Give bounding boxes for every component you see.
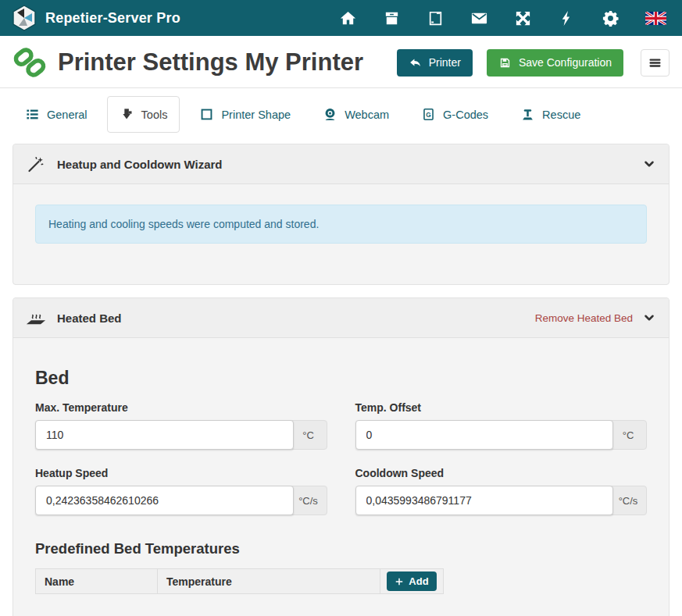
tab-rescue[interactable]: Rescue	[508, 96, 593, 133]
top-navbar: Repetier-Server Pro	[0, 0, 682, 36]
add-button-label: Add	[409, 575, 428, 587]
list-icon	[25, 107, 40, 122]
magic-wand-icon	[26, 155, 46, 173]
plus-icon	[395, 577, 404, 586]
tab-gcodes[interactable]: G G-Codes	[409, 96, 501, 133]
add-temperature-button[interactable]: Add	[387, 571, 436, 591]
predefined-temps-title: Predefined Bed Temperatures	[35, 540, 647, 557]
wizard-panel-header[interactable]: Heatup and Cooldown Wizard	[13, 144, 669, 184]
chain-link-icon	[12, 45, 47, 80]
printer-queue-icon[interactable]	[383, 9, 401, 27]
messages-icon[interactable]	[470, 9, 488, 27]
bed-fields: Max. Temperature °C Temp. Offset °C Heat…	[35, 401, 647, 515]
heated-bed-panel-header[interactable]: Heated Bed Remove Heated Bed	[13, 298, 669, 338]
app-title: Repetier-Server Pro	[45, 10, 180, 27]
page-title: Printer Settings My Printer	[58, 48, 397, 77]
tab-gcodes-label: G-Codes	[443, 109, 488, 121]
home-icon[interactable]	[339, 9, 357, 27]
chevron-down-icon[interactable]	[642, 157, 656, 171]
tab-printer-shape-label: Printer Shape	[221, 109, 291, 121]
tab-general[interactable]: General	[12, 96, 100, 133]
max-temperature-unit: °C	[290, 420, 327, 450]
hamburger-icon	[647, 55, 663, 71]
extruder-icon	[120, 107, 134, 122]
main-content: Heatup and Cooldown Wizard Heating and c…	[0, 144, 682, 616]
heatup-speed-input[interactable]	[35, 486, 294, 515]
back-arrow-icon	[409, 56, 422, 69]
tab-tools-label: Tools	[141, 109, 168, 121]
heated-bed-icon	[26, 308, 46, 327]
printer-button-label: Printer	[429, 57, 461, 68]
temp-offset-input[interactable]	[355, 420, 614, 450]
page-menu-button[interactable]	[641, 49, 670, 77]
tab-general-label: General	[47, 109, 87, 121]
tab-printer-shape[interactable]: Printer Shape	[187, 96, 303, 133]
heatup-speed-field: Heatup Speed °C/s	[35, 467, 327, 515]
app-logo[interactable]	[11, 5, 37, 31]
max-temperature-field: Max. Temperature °C	[35, 401, 327, 450]
bed-section-title: Bed	[35, 368, 647, 389]
gcode-file-icon: G	[421, 107, 436, 122]
predefined-temps-table: Name Temperature Add	[35, 568, 444, 594]
fullscreen-icon[interactable]	[514, 9, 532, 27]
remove-heated-bed-link[interactable]: Remove Heated Bed	[535, 312, 633, 324]
heated-bed-panel-body: Bed Max. Temperature °C Temp. Offset °C	[13, 368, 669, 616]
webcam-icon	[323, 107, 337, 122]
column-header-name: Name	[36, 569, 158, 594]
save-configuration-button[interactable]: Save Configuration	[487, 49, 623, 77]
heated-bed-panel: Heated Bed Remove Heated Bed Bed Max. Te…	[12, 297, 670, 616]
wizard-panel-title: Heatup and Cooldown Wizard	[57, 158, 223, 171]
language-flag-icon[interactable]	[645, 12, 666, 25]
temp-offset-field: Temp. Offset °C	[355, 401, 648, 450]
square-outline-icon	[199, 107, 214, 122]
navbar-menu	[339, 9, 671, 27]
rescue-icon	[520, 107, 535, 122]
heatup-speed-unit: °C/s	[290, 486, 327, 515]
chevron-down-icon[interactable]	[642, 311, 656, 325]
temp-offset-unit: °C	[609, 420, 647, 450]
table-action-cell: Add	[380, 569, 444, 594]
cooldown-speed-field: Cooldown Speed °C/s	[355, 467, 648, 515]
heated-bed-panel-title: Heated Bed	[57, 312, 122, 325]
touchscreen-icon[interactable]	[427, 9, 445, 27]
max-temperature-label: Max. Temperature	[35, 401, 327, 414]
tab-tools[interactable]: Tools	[107, 96, 180, 133]
wizard-panel-body: Heating and cooling speeds were computed…	[13, 184, 669, 284]
cooldown-speed-label: Cooldown Speed	[355, 467, 648, 479]
table-header-row: Name Temperature Add	[36, 569, 444, 594]
wizard-info-alert: Heating and cooling speeds were computed…	[35, 205, 647, 244]
save-configuration-label: Save Configuration	[519, 57, 612, 68]
save-icon	[498, 56, 512, 69]
cooldown-speed-unit: °C/s	[609, 486, 647, 515]
emergency-stop-icon[interactable]	[558, 9, 576, 27]
svg-text:G: G	[426, 111, 430, 119]
column-header-temperature: Temperature	[158, 569, 380, 594]
tab-rescue-label: Rescue	[542, 109, 580, 121]
tab-webcam-label: Webcam	[345, 109, 389, 121]
global-settings-icon[interactable]	[602, 9, 620, 27]
settings-tabs: General Tools Printer Shape Webcam G G-C…	[0, 88, 682, 133]
heatup-speed-label: Heatup Speed	[35, 467, 327, 479]
cooldown-speed-input[interactable]	[355, 486, 614, 515]
printer-button[interactable]: Printer	[397, 49, 473, 77]
page-header: Printer Settings My Printer Printer Save…	[0, 36, 682, 88]
max-temperature-input[interactable]	[35, 420, 294, 450]
tab-webcam[interactable]: Webcam	[310, 96, 402, 133]
wizard-panel: Heatup and Cooldown Wizard Heating and c…	[12, 144, 670, 285]
temp-offset-label: Temp. Offset	[355, 401, 648, 414]
